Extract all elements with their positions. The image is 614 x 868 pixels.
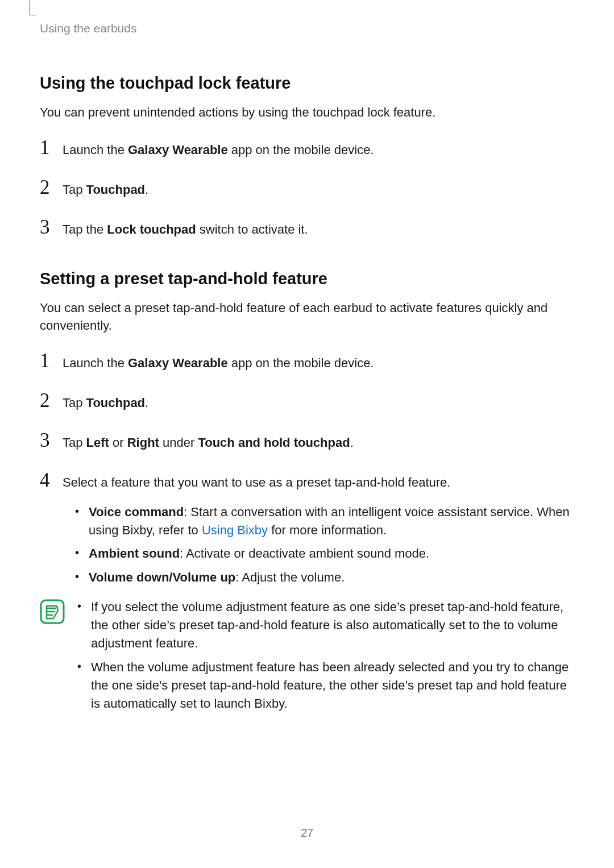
- heading-touchpad-lock: Using the touchpad lock feature: [40, 74, 574, 93]
- step-1a: 1 Launch the Galaxy Wearable app on the …: [40, 138, 574, 159]
- step-number: 3: [40, 430, 63, 450]
- note-item: If you select the volume adjustment feat…: [77, 598, 574, 653]
- step-2c: 3 Tap Left or Right under Touch and hold…: [40, 430, 574, 452]
- step-2d: 4 Select a feature that you want to use …: [40, 470, 574, 592]
- note-item: When the volume adjustment feature has b…: [77, 658, 574, 713]
- page-number: 27: [0, 827, 614, 840]
- step-number: 1: [40, 351, 63, 371]
- note-block: If you select the volume adjustment feat…: [40, 598, 574, 718]
- step-number: 2: [40, 177, 63, 197]
- step-number: 2: [40, 391, 63, 410]
- feature-volume: Volume down/Volume up: Adjust the volume…: [75, 568, 574, 587]
- step-2b: 2 Tap Touchpad.: [40, 391, 574, 412]
- running-header: Using the earbuds: [40, 22, 574, 35]
- feature-voice-command: Voice command: Start a conversation with…: [75, 503, 574, 539]
- feature-list: Voice command: Start a conversation with…: [75, 503, 574, 587]
- intro-preset-tap-hold: You can select a preset tap-and-hold fea…: [40, 300, 574, 335]
- step-number: 3: [40, 217, 63, 237]
- note-list: If you select the volume adjustment feat…: [77, 598, 574, 712]
- feature-ambient-sound: Ambient sound: Activate or deactivate am…: [75, 545, 574, 563]
- header-crop-mark: [30, 0, 36, 15]
- step-1b: 2 Tap Touchpad.: [40, 177, 574, 199]
- note-icon: [40, 599, 65, 624]
- step-number: 4: [40, 470, 63, 490]
- step-2a: 1 Launch the Galaxy Wearable app on the …: [40, 351, 574, 372]
- heading-preset-tap-hold: Setting a preset tap-and-hold feature: [40, 269, 574, 288]
- link-using-bixby[interactable]: Using Bixby: [202, 523, 268, 537]
- step-number: 1: [40, 138, 63, 157]
- intro-touchpad-lock: You can prevent unintended actions by us…: [40, 104, 574, 122]
- step-1c: 3 Tap the Lock touchpad switch to activa…: [40, 217, 574, 239]
